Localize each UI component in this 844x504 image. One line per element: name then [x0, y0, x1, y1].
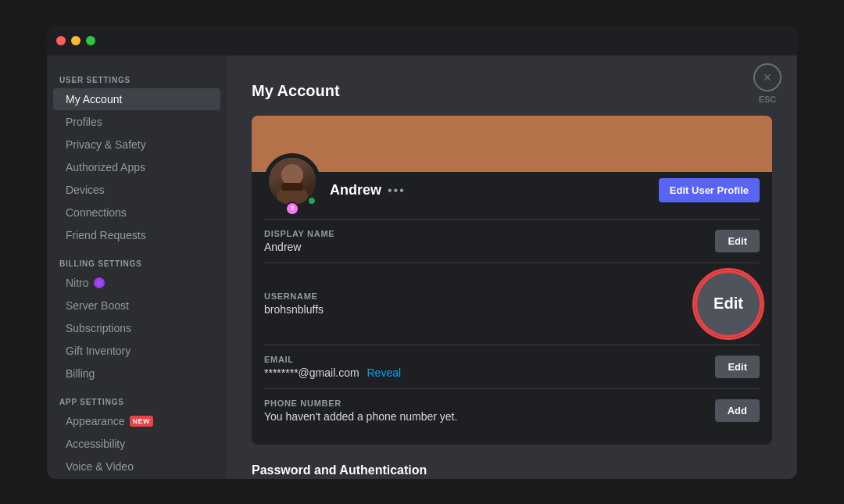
edit-username-button[interactable]: Edit: [697, 273, 760, 335]
sidebar-item-label: My Account: [66, 93, 122, 105]
sidebar-item-accessibility[interactable]: Accessibility: [53, 433, 220, 455]
profile-username-row: Andrew •••: [330, 182, 659, 198]
sidebar-item-connections[interactable]: Connections: [53, 202, 220, 223]
sidebar-item-label: Privacy & Safety: [66, 138, 146, 151]
sidebar-item-friend-requests[interactable]: Friend Requests: [53, 224, 220, 246]
display-name-field-row: Display Name Andrew Edit: [264, 219, 760, 263]
sidebar-item-label: Appearance: [66, 415, 125, 427]
profile-menu-dots[interactable]: •••: [388, 184, 406, 198]
esc-circle: ✕: [753, 63, 781, 91]
svg-rect-2: [281, 183, 303, 191]
sidebar-item-label: Server Boost: [66, 299, 129, 312]
sidebar-item-subscriptions[interactable]: Subscriptions: [53, 317, 220, 339]
sidebar-item-voice-video[interactable]: Voice & Video: [53, 456, 220, 477]
page-title: My Account: [252, 82, 772, 100]
username-value: brohsnbluffs: [264, 303, 697, 316]
maximize-button[interactable]: [86, 36, 95, 45]
sidebar-item-billing[interactable]: Billing: [53, 363, 220, 384]
titlebar: [47, 26, 797, 55]
email-field-row: Email ********@gmail.com Reveal Edit: [264, 345, 760, 388]
display-name-value: Andrew: [264, 241, 715, 253]
billing-settings-label: Billing Settings: [47, 247, 227, 271]
sidebar-item-server-boost[interactable]: Server Boost: [53, 295, 220, 316]
user-settings-label: User Settings: [47, 63, 227, 88]
phone-label: Phone Number: [264, 399, 715, 408]
app-settings-label: App Settings: [47, 385, 227, 409]
sidebar-item-profiles[interactable]: Profiles: [53, 111, 220, 133]
edit-email-button[interactable]: Edit: [715, 356, 760, 378]
sidebar-item-privacy-safety[interactable]: Privacy & Safety: [53, 134, 220, 155]
edit-display-name-button[interactable]: Edit: [715, 230, 760, 252]
sidebar-item-gift-inventory[interactable]: Gift Inventory: [53, 340, 220, 362]
phone-content: Phone Number You haven't added a phone n…: [264, 399, 715, 423]
profile-banner: [252, 116, 772, 172]
esc-label: ESC: [759, 95, 777, 104]
sidebar-item-text-images[interactable]: Text & Images: [53, 478, 220, 479]
sidebar-item-label: Voice & Video: [66, 460, 134, 473]
sidebar-item-label: Accessibility: [66, 438, 125, 450]
phone-value: You haven't added a phone number yet.: [264, 410, 715, 423]
username-field-row: Username brohsnbluffs Edit: [264, 263, 760, 345]
sidebar-item-label: Connections: [66, 206, 127, 219]
edit-user-profile-button[interactable]: Edit User Profile: [659, 178, 760, 202]
sidebar-item-my-account[interactable]: My Account: [53, 88, 220, 110]
sidebar-item-label: Gift Inventory: [66, 345, 131, 357]
nitro-icon: [94, 277, 105, 288]
fields-section: Display Name Andrew Edit Username brohsn…: [252, 219, 772, 445]
online-indicator: [306, 195, 317, 206]
username-label: Username: [264, 291, 697, 301]
svg-point-0: [281, 164, 303, 186]
sidebar-item-label: Authorized Apps: [66, 161, 145, 173]
profile-card: ⬆ Andrew ••• Edit User Profile Display N…: [252, 116, 772, 445]
close-button[interactable]: [56, 36, 66, 45]
email-content: Email ********@gmail.com Reveal: [264, 355, 715, 379]
sidebar: User Settings My Account Profiles Privac…: [47, 26, 227, 479]
username-content: Username brohsnbluffs: [264, 291, 697, 316]
email-value: ********@gmail.com Reveal: [264, 366, 715, 379]
email-masked: ********@gmail.com: [264, 366, 359, 379]
reveal-email-link[interactable]: Reveal: [367, 366, 401, 379]
add-phone-button[interactable]: Add: [715, 399, 760, 422]
password-section-title: Password and Authentication: [252, 463, 772, 477]
sidebar-item-label: Billing: [66, 367, 95, 380]
email-label: Email: [264, 355, 715, 364]
new-badge: NEW: [130, 416, 154, 427]
sidebar-item-devices[interactable]: Devices: [53, 179, 220, 201]
main-content: ✕ ESC My Account: [227, 26, 797, 479]
minimize-button[interactable]: [71, 36, 80, 45]
display-name-content: Display Name Andrew: [264, 229, 715, 253]
sidebar-item-nitro[interactable]: Nitro: [53, 272, 220, 294]
sidebar-item-label: Devices: [66, 184, 105, 196]
phone-field-row: Phone Number You haven't added a phone n…: [264, 388, 760, 432]
main-inner: My Account: [227, 63, 797, 479]
display-name-label: Display Name: [264, 229, 715, 238]
sidebar-item-label: Friend Requests: [66, 229, 146, 241]
sidebar-item-label: Subscriptions: [66, 322, 131, 334]
sidebar-item-label: Nitro: [66, 277, 89, 289]
profile-display-name: Andrew: [330, 182, 381, 198]
avatar-wrapper: ⬆: [264, 153, 320, 209]
app-window: User Settings My Account Profiles Privac…: [47, 26, 797, 479]
boost-badge: ⬆: [285, 202, 299, 216]
sidebar-item-authorized-apps[interactable]: Authorized Apps: [53, 156, 220, 178]
sidebar-item-appearance[interactable]: Appearance NEW: [53, 410, 220, 432]
profile-info-row: ⬆ Andrew ••• Edit User Profile: [252, 172, 772, 219]
esc-button[interactable]: ✕ ESC: [753, 63, 781, 104]
sidebar-item-label: Profiles: [66, 116, 102, 128]
